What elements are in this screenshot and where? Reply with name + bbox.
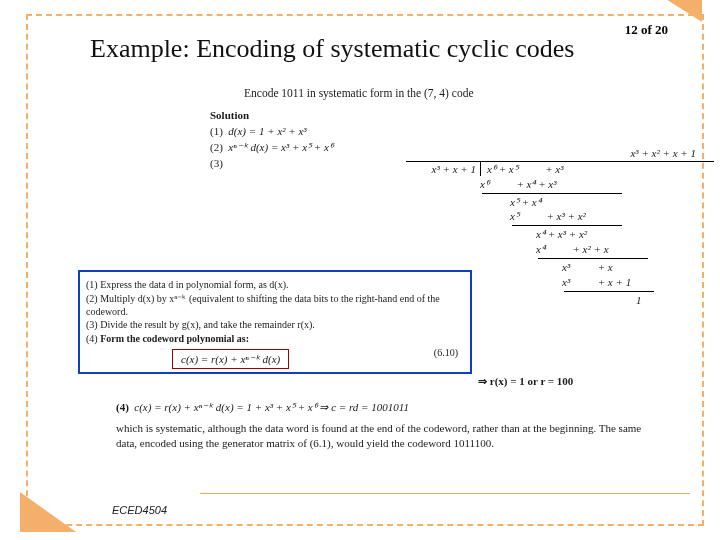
result-label: (4): [116, 401, 129, 413]
course-code: ECED4504: [112, 504, 167, 516]
task-statement: Encode 1011 in systematic form in the (7…: [244, 86, 474, 102]
sol-line2-label: (2): [210, 141, 223, 153]
result-block: (4) c(x) = r(x) + xⁿ⁻ᵏ d(x) = 1 + x³ + x…: [116, 400, 664, 451]
div-step-sub4: x³ + x + 1: [562, 276, 631, 288]
sol-line1-expr: d(x) = 1 + x² + x³: [228, 125, 306, 137]
div-step-sub1: x⁶ + x⁴ + x³: [480, 178, 557, 190]
rule: [564, 291, 654, 292]
sol-line1-label: (1): [210, 125, 223, 137]
rule: [512, 225, 622, 226]
div-final-rem: 1: [636, 294, 642, 306]
content-area: Encode 1011 in systematic form in the (7…: [60, 80, 690, 498]
step3-label: (3): [86, 319, 98, 330]
solution-line-1: (1) d(x) = 1 + x² + x³: [210, 124, 720, 139]
div-step-rem2: x⁴ + x³ + x²: [536, 228, 587, 240]
result-description: which is systematic, although the data w…: [116, 421, 664, 451]
result-expression: c(x) = r(x) + xⁿ⁻ᵏ d(x) = 1 + x³ + x⁵ + …: [134, 401, 409, 413]
step2-text: Multiply d(x) by xⁿ⁻ᵏ (equivalent to shi…: [86, 293, 440, 317]
equation-ref: (6.10): [434, 347, 458, 360]
step1-label: (1): [86, 279, 98, 290]
procedure-steps-box: (1) Express the data d in polynomial for…: [78, 270, 472, 374]
codeword-formula: c(x) = r(x) + xⁿ⁻ᵏ d(x): [172, 349, 289, 369]
result-equation-row: (4) c(x) = r(x) + xⁿ⁻ᵏ d(x) = 1 + x³ + x…: [116, 400, 664, 415]
corner-decoration-bottom-left: [20, 492, 76, 532]
page-indicator: 12 of 20: [625, 22, 668, 38]
div-step-sub2: x⁵ + x³ + x²: [510, 210, 586, 222]
rule: [538, 258, 648, 259]
step4-text: Form the codeword polynomial as:: [100, 333, 249, 344]
step2-label: (2): [86, 293, 98, 304]
solution-header: Solution: [210, 108, 720, 123]
step-row-3: (3) Divide the result by g(x), and take …: [86, 319, 464, 332]
div-step-rem3: x³ + x: [562, 261, 613, 273]
dividend: x⁶ + x⁵ + x³: [487, 163, 564, 175]
step-row-2: (2) Multiply d(x) by xⁿ⁻ᵏ (equivalent to…: [86, 293, 464, 319]
div-step-sub3: x⁴ + x² + x: [536, 243, 609, 255]
quotient: x³ + x² + x + 1: [630, 146, 696, 161]
slide-title: Example: Encoding of systematic cyclic c…: [90, 34, 670, 64]
sol-line3-label: (3): [210, 157, 223, 169]
step-row-4: (4) Form the codeword polynomial as:: [86, 333, 464, 346]
divisor: x³ + x + 1: [432, 163, 476, 175]
step3-text: Divide the result by g(x), and take the …: [100, 319, 315, 330]
bottom-accent-line: [200, 493, 690, 494]
rule: [482, 193, 622, 194]
step-row-1: (1) Express the data d in polynomial for…: [86, 279, 464, 292]
remainder-result: ⇒ r(x) = 1 or r = 100: [478, 374, 573, 389]
step1-text: Express the data d in polynomial form, a…: [100, 279, 288, 290]
formula-row: c(x) = r(x) + xⁿ⁻ᵏ d(x) (6.10): [86, 347, 464, 369]
step4-label: (4): [86, 333, 98, 344]
div-step-rem1: x⁵ + x⁴: [510, 196, 541, 208]
sol-line2-expr: xⁿ⁻ᵏ d(x) = x³ + x⁵ + x⁶: [228, 141, 333, 153]
corner-decoration-top-right: [658, 0, 702, 22]
